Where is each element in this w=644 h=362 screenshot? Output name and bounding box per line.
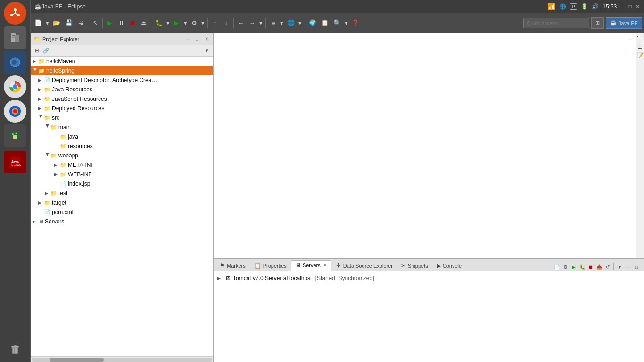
scrollbar-track[interactable] — [32, 358, 212, 362]
firefox-icon[interactable] — [4, 100, 26, 123]
tab-console[interactable]: ▶ Console — [432, 260, 466, 271]
save-all-button[interactable]: 💾 — [63, 16, 74, 30]
publish-server-btn[interactable]: 📤 — [595, 263, 603, 271]
quick-access-input[interactable] — [523, 18, 589, 28]
label-web-inf: WEB-INF — [68, 171, 92, 178]
collapse-all-btn[interactable]: ⊟ — [33, 47, 41, 55]
disconnect-button[interactable]: ⏏ — [139, 16, 149, 30]
debug-server-btn[interactable]: 🐛 — [578, 263, 586, 271]
tree-item-webapp[interactable]: ▶ 📁 webapp — [31, 151, 213, 160]
next-annotation[interactable]: ↓ — [221, 16, 231, 30]
browser-btn[interactable]: 🌍 — [307, 16, 318, 30]
tab-servers[interactable]: 🖥 Servers ✕ — [291, 260, 331, 271]
server-config-btn[interactable]: ⚙ — [561, 263, 569, 271]
close-servers-tab[interactable]: ✕ — [323, 263, 327, 268]
tree-item-java[interactable]: ▶ 📁 java — [31, 132, 213, 141]
new-server-btn[interactable]: 🖥 — [268, 16, 278, 30]
tree-item-java-resources[interactable]: ▶ 📁 Java Resources — [31, 85, 213, 94]
svg-rect-9 — [12, 35, 15, 36]
server-btn2[interactable]: 🌐 — [285, 16, 297, 30]
tree-item-servers-root[interactable]: ▶ 🖥 Servers — [31, 217, 213, 226]
tree-item-test[interactable]: ▶ 📁 test — [31, 189, 213, 198]
right-bar-icon-2[interactable]: ☰ — [637, 43, 644, 50]
arrow-hellomaven: ▶ — [33, 59, 38, 64]
open-perspective-btn[interactable]: ⊞ — [591, 17, 604, 29]
run-btn[interactable]: ▶ — [172, 16, 182, 30]
files-icon[interactable] — [4, 26, 26, 49]
icon-webapp: 📁 — [50, 153, 57, 159]
trash-icon[interactable] — [4, 337, 26, 360]
tree-item-target[interactable]: ▶ 📁 target — [31, 198, 213, 207]
minimize-editor-btn[interactable]: ─ — [626, 35, 634, 42]
ubuntu-icon[interactable] — [4, 2, 26, 25]
server-action-btn[interactable]: ↺ — [604, 263, 611, 271]
tree-item-hellomaven[interactable]: ▶ 📁 helloMaven — [31, 57, 213, 66]
tab-snippets[interactable]: ✂ Snippets — [397, 260, 432, 271]
tree-item-deployed-resources[interactable]: ▶ 📁 Deployed Resources — [31, 104, 213, 113]
label-dd: Deployment Descriptor: Archetype Crea… — [52, 77, 157, 83]
suspend-button[interactable]: ⏸ — [116, 16, 126, 30]
ext-tools-btn[interactable]: ⚙ — [189, 16, 199, 30]
minimize-bottom-btn[interactable]: ─ — [624, 263, 632, 271]
eclipse-ide-icon[interactable] — [4, 51, 26, 74]
prev-annotation[interactable]: ↑ — [210, 16, 220, 30]
new-dropdown[interactable]: ▾ — [45, 16, 50, 30]
tree-item-index-jsp[interactable]: ▶ 📄 index.jsp — [31, 179, 213, 189]
mushroom-icon[interactable] — [4, 124, 26, 147]
link-with-editor-btn[interactable]: 🔗 — [42, 47, 50, 55]
new-server-dropdown[interactable]: ▾ — [279, 16, 284, 30]
tab-markers[interactable]: ⚑ Markers — [215, 260, 250, 271]
next-edit-dropdown[interactable]: ▾ — [258, 16, 264, 30]
debug-btn[interactable]: 🐛 — [153, 16, 165, 30]
tab-properties[interactable]: 📋 Properties — [250, 260, 291, 271]
tree-item-main[interactable]: ▶ 📁 main — [31, 123, 213, 132]
search-dropdown[interactable]: ▾ — [344, 16, 349, 30]
server-entry-tomcat[interactable]: ▶ 🖥 Tomcat v7.0 Server at localhost [Sta… — [215, 273, 642, 283]
new-button[interactable]: 📄 — [33, 16, 44, 30]
right-bar-icon-1[interactable]: ⋮⋮ — [637, 35, 644, 41]
tree-item-resources[interactable]: ▶ 📁 resources — [31, 141, 213, 151]
run-dropdown[interactable]: ▾ — [183, 16, 188, 30]
new-server-tab-btn[interactable]: 📄 — [553, 263, 561, 271]
view-menu-bottom-btn[interactable]: ▾ — [616, 263, 623, 271]
minimize-explorer-btn[interactable]: ─ — [184, 35, 191, 43]
start-server-btn[interactable]: ▶ — [570, 263, 578, 271]
right-bar-icon-3[interactable]: 📝 — [637, 52, 644, 58]
open-button[interactable]: 📂 — [51, 16, 62, 30]
tab-data-source-explorer[interactable]: 🗄 Data Source Explorer — [331, 260, 397, 271]
arrow-hellospring: ▶ — [33, 68, 38, 74]
next-edit[interactable]: → — [247, 16, 257, 30]
close-window[interactable]: ✕ — [636, 3, 640, 10]
tree-item-deployment-descriptor[interactable]: ▶ 📄 Deployment Descriptor: Archetype Cre… — [31, 75, 213, 85]
snippet-btn[interactable]: 📋 — [319, 16, 330, 30]
print-button[interactable]: 🖨 — [75, 16, 86, 30]
stop-button[interactable]: ⏹ — [127, 16, 138, 30]
project-explorer-icon: 📁 — [33, 36, 41, 42]
tree-item-pom-xml[interactable]: ▶ 📄 pom.xml — [31, 207, 213, 217]
debug-dropdown[interactable]: ▾ — [165, 16, 171, 30]
chromium-icon[interactable] — [4, 75, 26, 98]
tree-item-meta-inf[interactable]: ▶ 📁 META-INF — [31, 160, 213, 170]
explorer-scrollbar[interactable] — [31, 356, 213, 362]
stop-server-btn[interactable]: ⏹ — [587, 263, 594, 271]
maximize-explorer-btn[interactable]: □ — [193, 35, 201, 43]
maximize-window[interactable]: □ — [628, 3, 632, 10]
help-btn[interactable]: ❓ — [350, 16, 361, 30]
scrollbar-thumb[interactable] — [50, 358, 104, 362]
maximize-bottom-btn[interactable]: □ — [633, 263, 640, 271]
javaee-icon[interactable]: JavaEEIDE — [4, 151, 26, 173]
tree-item-src[interactable]: ▶ 📁 src — [31, 113, 213, 123]
java-ee-perspective-btn[interactable]: ☕ Java EE — [606, 17, 642, 29]
search-btn[interactable]: 🔍 — [331, 16, 343, 30]
ext-tools-dropdown[interactable]: ▾ — [200, 16, 206, 30]
tree-item-javascript-resources[interactable]: ▶ 📁 JavaScript Resources — [31, 94, 213, 104]
view-menu-btn[interactable]: ▾ — [203, 47, 211, 55]
tree-item-web-inf[interactable]: ▶ 📁 WEB-INF — [31, 170, 213, 179]
tree-item-hellospring[interactable]: ▶ 📁 helloSpring — [31, 66, 213, 75]
minimize-window[interactable]: ─ — [620, 3, 625, 10]
prev-edit[interactable]: ← — [236, 16, 246, 30]
server-btn2-dropdown[interactable]: ▾ — [297, 16, 303, 30]
close-explorer-btn[interactable]: ✕ — [203, 35, 210, 43]
cursor-button[interactable]: ↖ — [90, 16, 100, 30]
resume-button[interactable]: ▶ — [105, 16, 115, 30]
